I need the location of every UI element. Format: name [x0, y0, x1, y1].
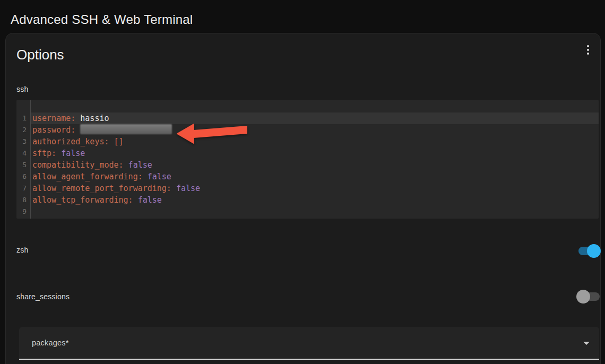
share-sessions-toggle-label: share_sessions: [16, 292, 70, 301]
editor-line-9[interactable]: 9: [16, 206, 599, 218]
yaml-value: false: [171, 184, 200, 193]
yaml-value: hassio: [75, 114, 109, 123]
line-number: 3: [16, 136, 31, 148]
line-number: 2: [16, 124, 31, 136]
packages-select-label: packages*: [32, 339, 69, 347]
yaml-key: compatibility_mode:: [32, 160, 124, 170]
zsh-toggle[interactable]: [578, 247, 600, 255]
line-code: allow_agent_forwarding: false: [31, 171, 599, 183]
line-code: password:: [31, 124, 599, 136]
yaml-value: false: [56, 149, 85, 158]
line-code: [31, 206, 599, 218]
yaml-key: sftp:: [32, 149, 56, 158]
yaml-value: false: [124, 160, 152, 170]
editor-line-7[interactable]: 7allow_remote_port_forwarding: false: [16, 183, 599, 194]
yaml-key: allow_tcp_forwarding:: [32, 195, 133, 205]
editor-line-4[interactable]: 4sftp: false: [16, 148, 599, 159]
share-sessions-toggle[interactable]: [578, 292, 600, 301]
editor-line-8[interactable]: 8allow_tcp_forwarding: false: [16, 194, 599, 206]
editor-line-2[interactable]: 2password:: [16, 124, 599, 136]
password-redaction-blur: [80, 124, 172, 134]
options-card: Options ssh 1username: hassio2password:3…: [5, 33, 601, 364]
zsh-toggle-label: zsh: [16, 246, 28, 254]
line-number: 7: [16, 183, 31, 194]
app-header: Advanced SSH & Web Terminal: [0, 0, 605, 33]
toggle-thumb: [576, 290, 590, 304]
chevron-down-icon: [583, 342, 590, 345]
line-code: allow_tcp_forwarding: false: [31, 194, 599, 206]
ssh-section-label: ssh: [16, 85, 28, 93]
line-code: compatibility_mode: false: [31, 159, 599, 171]
editor-line-6[interactable]: 6allow_agent_forwarding: false: [16, 171, 599, 183]
toggle-thumb: [587, 244, 601, 258]
line-code: username: hassio: [31, 112, 599, 124]
yaml-key: authorized_keys:: [32, 137, 109, 146]
line-number: 6: [16, 171, 31, 183]
line-number: 5: [16, 159, 31, 171]
yaml-value: []: [109, 137, 124, 146]
yaml-key: allow_remote_port_forwarding:: [32, 184, 171, 193]
yaml-editor[interactable]: 1username: hassio2password:3authorized_k…: [16, 100, 599, 219]
editor-line-1[interactable]: 1username: hassio: [16, 112, 599, 124]
yaml-value: false: [133, 195, 162, 205]
kebab-menu-icon[interactable]: [581, 42, 595, 58]
yaml-key: username:: [32, 114, 75, 123]
card-title: Options: [16, 47, 64, 63]
packages-select[interactable]: packages*: [19, 327, 599, 360]
line-code: allow_remote_port_forwarding: false: [31, 183, 599, 194]
line-number: 1: [16, 112, 31, 124]
page-title: Advanced SSH & Web Terminal: [11, 12, 193, 27]
editor-line-3[interactable]: 3authorized_keys: []: [16, 136, 599, 148]
yaml-key: password:: [32, 125, 75, 135]
yaml-value: false: [143, 172, 171, 181]
yaml-key: allow_agent_forwarding:: [32, 172, 143, 181]
line-number: 8: [16, 194, 31, 206]
editor-line-5[interactable]: 5compatibility_mode: false: [16, 159, 599, 171]
line-number: 9: [16, 206, 31, 218]
line-code: authorized_keys: []: [31, 136, 599, 148]
line-number: 4: [16, 148, 31, 159]
line-code: sftp: false: [31, 148, 599, 159]
